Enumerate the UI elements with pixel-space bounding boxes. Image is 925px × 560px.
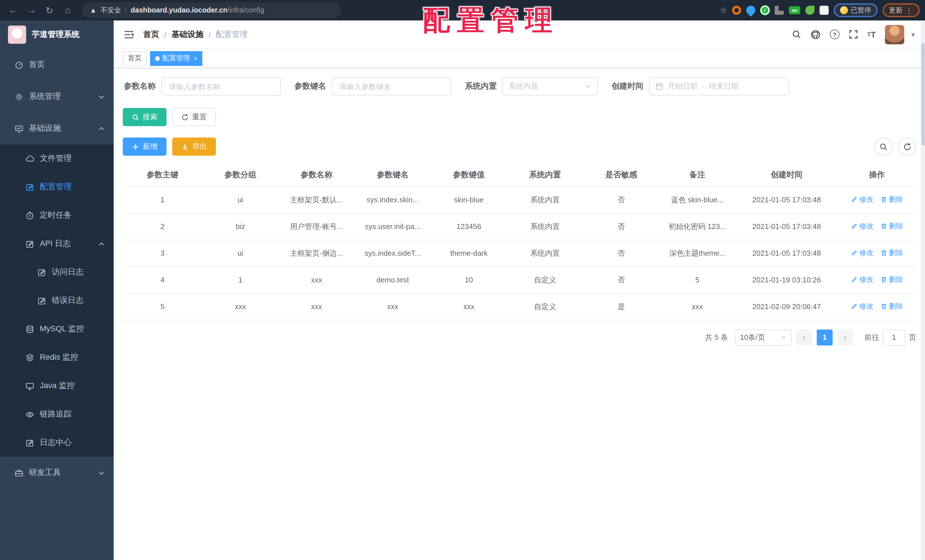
delete-link[interactable]: 删除 bbox=[880, 248, 903, 258]
table-row: 2biz用户管理-账号...sys.user.init-pa...123456系… bbox=[123, 213, 916, 240]
close-icon[interactable]: × bbox=[194, 55, 197, 62]
sidebar-item-label: Redis 监控 bbox=[40, 352, 78, 363]
sidebar-item[interactable]: 系统管理 bbox=[0, 81, 114, 113]
view-tab[interactable]: 配置管理× bbox=[150, 51, 203, 66]
extensions-puzzle-icon[interactable] bbox=[820, 6, 829, 15]
hamburger-icon[interactable] bbox=[123, 28, 135, 41]
refresh-button[interactable] bbox=[898, 137, 916, 156]
browser-reload-icon[interactable]: ↻ bbox=[42, 3, 57, 18]
extension-leaf-icon[interactable] bbox=[805, 6, 815, 15]
table-cell: 2021-01-05 17:03:48 bbox=[735, 187, 838, 213]
browser-forward-icon[interactable]: → bbox=[24, 3, 39, 18]
table-row: 1ui主框架页-默认...sys.index.skin...skin-blue系… bbox=[123, 187, 916, 213]
page-scrollbar[interactable] bbox=[921, 21, 925, 560]
avatar[interactable] bbox=[885, 25, 904, 44]
param-name-input[interactable] bbox=[168, 81, 274, 91]
edit-link[interactable]: 修改 bbox=[851, 275, 874, 285]
help-icon[interactable]: ? bbox=[830, 30, 839, 39]
reset-button[interactable]: 重置 bbox=[172, 108, 216, 126]
view-tab[interactable]: 首页 bbox=[123, 51, 147, 66]
goto-page-input[interactable] bbox=[883, 329, 905, 345]
delete-link[interactable]: 删除 bbox=[880, 195, 903, 205]
breadcrumb-item[interactable]: 基础设施 bbox=[172, 29, 203, 39]
font-size-icon[interactable]: TT bbox=[867, 30, 876, 39]
sidebar-item[interactable]: MySQL 监控 bbox=[0, 315, 114, 343]
sidebar-item[interactable]: 研发工具 bbox=[0, 457, 114, 489]
browser-home-icon[interactable]: ⌂ bbox=[60, 3, 75, 18]
next-page-button[interactable]: › bbox=[837, 329, 853, 345]
browser-update-button[interactable]: 更新 ⋮ bbox=[883, 3, 920, 17]
sidebar-item-label: 日志中心 bbox=[40, 438, 72, 448]
sidebar-item[interactable]: 链路追踪 bbox=[0, 400, 114, 429]
breadcrumb-separator: / bbox=[209, 30, 211, 39]
prev-page-button[interactable]: ‹ bbox=[796, 329, 812, 345]
extension-pin-icon[interactable] bbox=[744, 4, 757, 17]
delete-link[interactable]: 删除 bbox=[880, 221, 903, 231]
sidebar-item-label: Java 监控 bbox=[40, 381, 75, 391]
table-cell: 深色主题theme... bbox=[659, 240, 735, 266]
sidebar-item[interactable]: Redis 监控 bbox=[0, 343, 114, 372]
browser-menu-icon[interactable]: ⋮ bbox=[905, 6, 913, 15]
extension-grid-icon[interactable] bbox=[775, 6, 784, 15]
sidebar-item[interactable]: 日志中心 bbox=[0, 429, 114, 457]
sidebar-item[interactable]: Java 监控 bbox=[0, 372, 114, 400]
table-cell: sys.index.sideT... bbox=[355, 240, 431, 266]
sidebar-item[interactable]: 定时任务 bbox=[0, 201, 114, 230]
param-key-input[interactable] bbox=[338, 81, 445, 91]
action-label: 修改 bbox=[859, 195, 874, 205]
edit-link[interactable]: 修改 bbox=[851, 302, 874, 312]
table-cell: 系统内置 bbox=[507, 213, 583, 240]
date-separator: - bbox=[702, 82, 705, 90]
add-button[interactable]: 新增 bbox=[123, 137, 167, 156]
sidebar-item-label: 文件管理 bbox=[40, 154, 72, 164]
builtin-select[interactable]: 系统内置 bbox=[502, 77, 598, 95]
edit-link[interactable]: 修改 bbox=[851, 248, 874, 258]
sidebar-item[interactable]: API 日志 bbox=[0, 230, 114, 258]
app-logo-row[interactable]: 芋道管理系统 bbox=[0, 21, 114, 49]
export-button[interactable]: 导出 bbox=[172, 137, 216, 156]
sidebar-item[interactable]: 配置管理 bbox=[0, 173, 114, 201]
action-label: 修改 bbox=[859, 248, 874, 258]
sidebar-item[interactable]: 首页 bbox=[0, 49, 114, 81]
extension-ring-icon[interactable] bbox=[732, 6, 741, 15]
date-range-picker[interactable]: 开始日期 - 结束日期 bbox=[649, 77, 789, 95]
table-cell: sys.index.skin... bbox=[355, 187, 431, 213]
sidebar-item[interactable]: 错误日志 bbox=[0, 286, 114, 315]
search-button[interactable]: 搜索 bbox=[123, 108, 167, 126]
builtin-select-placeholder: 系统内置 bbox=[509, 81, 538, 92]
extension-on-badge[interactable]: on bbox=[789, 6, 800, 14]
chevron-down-icon[interactable]: ▼ bbox=[910, 31, 916, 38]
edit-link[interactable]: 修改 bbox=[851, 221, 874, 231]
table-column-header: 操作 bbox=[838, 164, 916, 187]
browser-back-icon[interactable]: ← bbox=[6, 3, 21, 18]
current-page-button[interactable]: 1 bbox=[817, 329, 833, 345]
paused-extension-pill[interactable]: 已暂停 bbox=[834, 3, 878, 17]
toggle-search-button[interactable] bbox=[874, 137, 892, 156]
reset-button-label: 重置 bbox=[192, 112, 207, 122]
sidebar-item[interactable]: 文件管理 bbox=[0, 145, 114, 173]
page-size-select[interactable]: 10条/页 bbox=[735, 329, 792, 345]
address-bar[interactable]: ▲ 不安全 | dashboard.yudao.iocoder.cn/infra… bbox=[82, 2, 341, 18]
edit-link[interactable]: 修改 bbox=[851, 195, 874, 205]
cloud-icon bbox=[25, 154, 34, 163]
sidebar-item[interactable]: 基础设施 bbox=[0, 113, 114, 145]
search-icon[interactable] bbox=[792, 30, 801, 39]
table-cell: 4 bbox=[123, 266, 202, 293]
breadcrumb-item[interactable]: 首页 bbox=[143, 29, 159, 39]
scrollbar-thumb[interactable] bbox=[921, 43, 925, 146]
table-cell: 5 bbox=[659, 266, 735, 293]
delete-link[interactable]: 删除 bbox=[880, 302, 903, 312]
warning-icon: ▲ bbox=[90, 6, 96, 14]
search-button-label: 搜索 bbox=[143, 112, 157, 122]
extension-check-icon[interactable]: ✓ bbox=[761, 6, 770, 15]
chevron-down-icon bbox=[97, 468, 106, 477]
github-icon[interactable] bbox=[811, 29, 821, 39]
sidebar-item-label: 定时任务 bbox=[40, 210, 72, 220]
table-column-header: 创建时间 bbox=[735, 164, 838, 187]
table-toolbar: 新增 导出 bbox=[123, 137, 916, 156]
fullscreen-icon[interactable] bbox=[848, 30, 858, 39]
page-size-value: 10条/页 bbox=[740, 332, 765, 342]
bookmark-star-icon[interactable]: ☆ bbox=[720, 6, 727, 15]
sidebar-item[interactable]: 访问日志 bbox=[0, 258, 114, 286]
delete-link[interactable]: 删除 bbox=[880, 275, 903, 285]
